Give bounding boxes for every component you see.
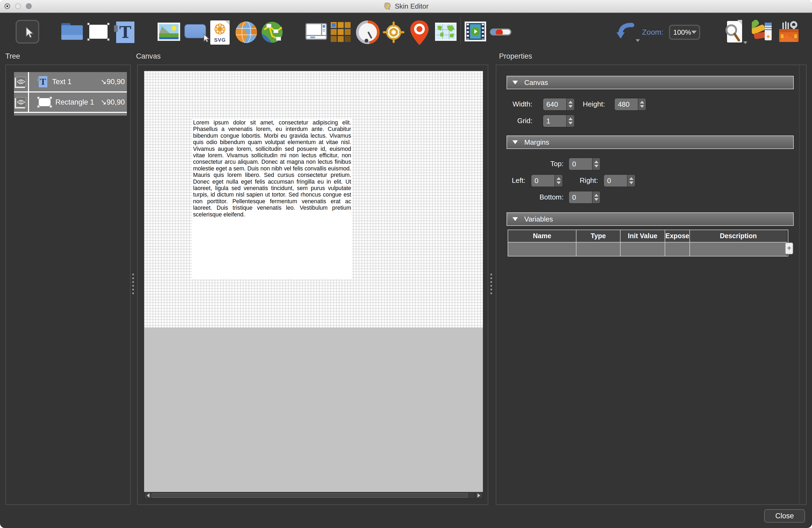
layer-coords: ↘90,90 [101, 77, 127, 86]
stage: Skin Editor T SVG [0, 0, 812, 528]
layer-coords: ↘90,90 [101, 98, 127, 106]
app-icon [383, 2, 391, 10]
globe-tool-button[interactable] [235, 21, 257, 43]
map-network-icon [261, 21, 283, 43]
palette-button[interactable] [752, 20, 773, 44]
map-tool-button[interactable] [435, 23, 456, 41]
add-variable-button[interactable]: + [785, 243, 793, 254]
variables-empty-row[interactable] [508, 242, 788, 256]
tree-row-text1[interactable]: T Text 1 ↘90,90 [14, 72, 127, 92]
undo-icon [616, 21, 637, 42]
height-stepper[interactable] [638, 98, 646, 110]
undo-dropdown-caret-icon[interactable] [636, 39, 640, 42]
cell-name[interactable] [508, 242, 577, 256]
scroll-left-arrow[interactable] [145, 493, 152, 498]
grid-tool-button[interactable] [331, 22, 353, 44]
canvas-h-scrollbar[interactable] [144, 492, 483, 499]
grid-stepper[interactable] [566, 115, 574, 127]
margin-top-stepper[interactable] [592, 158, 600, 170]
text-tool-button[interactable]: T [116, 21, 134, 43]
panel-tool-button[interactable] [305, 23, 327, 40]
margin-left-input[interactable]: 0 [531, 174, 563, 187]
close-window-button[interactable] [4, 3, 10, 9]
cell-expose[interactable] [665, 242, 690, 256]
margin-right-input[interactable]: 0 [603, 174, 636, 187]
title-bar: Skin Editor [0, 0, 812, 13]
stepper-up-icon [629, 177, 634, 180]
grid-value: 1 [543, 115, 566, 127]
image-tool-button[interactable] [158, 23, 180, 41]
map-network-tool-button[interactable] [261, 21, 283, 43]
margin-top-input[interactable]: 0 [568, 158, 601, 171]
cell-description[interactable] [690, 242, 787, 256]
zoom-window-button[interactable] [26, 3, 32, 9]
video-tool-button[interactable] [465, 21, 486, 41]
zoom-value: 100% [673, 28, 691, 36]
select-tool-button[interactable] [16, 20, 39, 44]
collapse-caret-icon [512, 217, 518, 221]
canvas-text-element[interactable]: Lorem ipsum dolor sit amet, consectetur … [192, 119, 352, 218]
tree-row-rectangle1[interactable]: Rectangle 1 ↘90,90 [14, 92, 127, 113]
width-label: Width: [496, 100, 532, 108]
rectangle-icon [89, 25, 107, 39]
height-input[interactable]: 480 [614, 98, 647, 111]
properties-panel [496, 64, 807, 505]
margin-bottom-stepper[interactable] [592, 191, 600, 203]
close-button[interactable]: Close [764, 509, 805, 523]
canvas-rectangle-element[interactable]: Lorem ipsum dolor sit amet, consectetur … [192, 119, 352, 279]
rectangle-layer-icon [39, 98, 50, 106]
visibility-toggle[interactable] [16, 77, 26, 87]
slider-knob-icon [496, 29, 503, 35]
margin-left-label: Left: [496, 176, 525, 185]
section-title: Canvas [524, 78, 548, 87]
preview-dropdown-caret-icon[interactable] [743, 41, 748, 44]
tree-panel [5, 64, 131, 505]
undo-button[interactable] [616, 21, 638, 43]
stepper-down-icon [556, 181, 561, 184]
toolbar-separator [460, 17, 461, 44]
layer-name: Text 1 [52, 78, 72, 86]
open-folder-button[interactable] [61, 23, 83, 40]
window-title: Skin Editor [395, 2, 429, 11]
preview-button[interactable] [725, 20, 745, 45]
properties-panel-label: Properties [499, 52, 532, 60]
splitter-canvas-properties[interactable] [490, 274, 492, 294]
col-type: Type [577, 230, 621, 242]
cell-type[interactable] [577, 242, 621, 256]
margin-right-stepper[interactable] [627, 175, 635, 187]
toolbox-icon [779, 20, 799, 43]
eye-icon [17, 99, 25, 105]
pin-tool-button[interactable] [410, 20, 429, 45]
cell-init-value[interactable] [621, 242, 665, 256]
gauge-tool-button[interactable] [356, 20, 380, 44]
splitter-tree-canvas[interactable] [132, 274, 134, 294]
rectangle-tool-button[interactable] [87, 23, 110, 41]
col-expose: Expose [665, 230, 690, 242]
svg-tool-button[interactable]: SVG [210, 20, 230, 45]
section-variables-header[interactable]: Variables [507, 212, 794, 226]
canvas-panel-label: Canvas [136, 52, 161, 60]
collapse-caret-icon [512, 80, 518, 84]
target-icon [383, 21, 404, 43]
grid-input[interactable]: 1 [542, 115, 575, 128]
toolbox-button[interactable] [779, 20, 799, 43]
visibility-toggle[interactable] [16, 97, 26, 107]
button-tool-button[interactable] [185, 24, 206, 38]
stepper-up-icon [594, 194, 598, 196]
section-margins-header[interactable]: Margins [507, 135, 794, 149]
stepper-up-icon [568, 117, 573, 120]
cursor-icon [20, 24, 34, 39]
zoom-select[interactable]: 100% [669, 25, 700, 40]
collapse-caret-icon [512, 140, 518, 144]
target-tool-button[interactable] [383, 21, 404, 43]
minimize-window-button[interactable] [15, 3, 21, 9]
scrollbar-thumb[interactable] [151, 493, 468, 498]
scroll-right-arrow[interactable] [475, 493, 482, 498]
layer-name: Rectangle 1 [55, 98, 94, 106]
section-canvas-header[interactable]: Canvas [507, 76, 794, 89]
margin-bottom-input[interactable]: 0 [568, 191, 601, 204]
col-description: Description [690, 230, 787, 242]
slider-tool-button[interactable] [490, 29, 511, 35]
margin-bottom-value: 0 [569, 191, 592, 203]
properties-scroll-edge [799, 65, 800, 504]
